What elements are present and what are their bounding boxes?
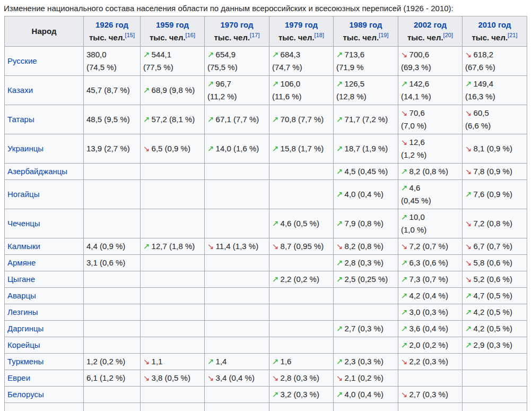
ethnicity-link[interactable]: Чеченцы	[7, 219, 40, 228]
year-link[interactable]: 1979 год	[285, 20, 318, 29]
reference-link[interactable]: [19]	[379, 32, 388, 38]
col-header-year: 1989 годтыс. чел.[19]	[334, 16, 398, 47]
trend-down-icon: ↘	[465, 256, 472, 269]
year-link[interactable]: 1970 год	[220, 20, 253, 29]
unit-label: тыс. чел.	[214, 33, 250, 42]
census-cell	[463, 387, 527, 403]
year-link[interactable]: 1989 год	[349, 20, 382, 29]
census-cell: ↗96,7 (11,2 %)	[205, 76, 269, 105]
census-cell	[141, 209, 205, 238]
census-cell: ↗2,5 (0,25 %)	[334, 271, 398, 288]
census-cell	[141, 304, 205, 321]
census-cell: ↘60,5 (6,6 %)	[463, 105, 527, 134]
trend-up-icon: ↗	[336, 355, 343, 368]
cell-value: 8,2 (0,8 %)	[409, 167, 448, 176]
ethnicity-link[interactable]: Туркмены	[7, 357, 43, 366]
trend-down-icon: ↘	[465, 165, 472, 178]
census-cell	[84, 164, 141, 180]
ethnicity-link[interactable]: Белорусы	[7, 390, 44, 399]
unit-label: тыс. чел.	[150, 33, 186, 42]
ethnicity-link[interactable]: Ногайцы	[7, 190, 39, 199]
trend-up-icon: ↗	[272, 355, 279, 368]
cell-value: 11,4 (1,3 %)	[216, 242, 259, 251]
trend-up-icon: ↗	[336, 256, 343, 269]
census-cell	[269, 304, 334, 321]
cell-value: 1,4	[216, 357, 227, 366]
cell-value: 13,9 (2,7 %)	[86, 144, 130, 153]
reference-link[interactable]: [15]	[125, 32, 135, 38]
census-cell: ↗1,4	[205, 354, 269, 370]
cell-value: 5,8 (0,6 %)	[474, 258, 512, 267]
census-cell	[84, 288, 141, 304]
census-cell: ↗3,0 (0,3 %)	[398, 304, 463, 321]
trend-up-icon: ↗	[272, 48, 279, 61]
census-cell	[205, 209, 269, 238]
ethnicity-link[interactable]: Корейцы	[7, 340, 40, 349]
trend-up-icon: ↗	[401, 289, 408, 302]
trend-down-icon: ↘	[401, 107, 408, 119]
trend-up-icon: ↗	[401, 211, 408, 224]
census-cell	[84, 271, 141, 288]
year-link[interactable]: 2002 год	[414, 20, 447, 29]
table-row-partial	[5, 403, 527, 411]
ethnicity-link[interactable]: Лезгины	[7, 307, 38, 316]
census-cell: ↗2,3 (0,3 %)	[334, 354, 398, 370]
trend-up-icon: ↗	[143, 113, 150, 126]
census-cell: ↘3,4 (0,4 %)	[205, 370, 269, 387]
census-cell: ↗4,7 (0,5 %)	[463, 288, 527, 304]
unit-label: тыс. чел.	[278, 33, 315, 42]
census-cell: ↗8,2 (0,8 %)	[398, 164, 463, 180]
year-link[interactable]: 2010 год	[478, 20, 511, 29]
cell-value: 4,4 (0,9 %)	[86, 242, 125, 251]
trend-up-icon: ↗	[336, 322, 343, 335]
census-cell: ↘70,6 (7,0 %)	[398, 105, 463, 134]
ethnicity-cell: Азербайджанцы	[5, 164, 84, 180]
trend-down-icon: ↘	[401, 240, 408, 253]
ethnicity-link[interactable]: Калмыки	[7, 242, 40, 251]
cell-value: 7,9 (0,8 %)	[345, 219, 383, 228]
ethnicity-link[interactable]: Татары	[7, 115, 34, 124]
reference-link[interactable]: [16]	[186, 32, 195, 38]
ethnicity-link[interactable]: Цыгане	[7, 275, 35, 284]
census-cell: ↗70,8 (7,7 %)	[269, 105, 334, 134]
table-row: Корейцы↗2,0 (0,2 %)↗2,9 (0,3 %)	[5, 337, 527, 354]
ethnicity-link[interactable]: Азербайджанцы	[7, 167, 67, 176]
trend-down-icon: ↘	[336, 372, 343, 384]
cell-value: 2,5 (0,25 %)	[345, 275, 388, 284]
trend-down-icon: ↘	[401, 388, 408, 401]
census-cell: ↗7,6 (0,9 %)	[463, 180, 527, 209]
year-link[interactable]: 1926 год	[95, 20, 128, 29]
cell-value: 2,7 (0,3 %)	[345, 324, 383, 333]
cell-value: 8,1 (0,9 %)	[474, 144, 512, 153]
ethnicity-link[interactable]: Евреи	[7, 373, 30, 382]
ethnicity-link[interactable]: Аварцы	[7, 291, 36, 300]
reference-link[interactable]: [21]	[508, 32, 517, 38]
reference-link[interactable]: [18]	[315, 32, 324, 38]
census-cell: ↘7,2 (0,8 %)	[463, 209, 527, 238]
reference-link[interactable]: [17]	[250, 32, 259, 38]
table-row: Чеченцы↗4,6 (0,5 %)↗7,9 (0,8 %)↗10,0 (1,…	[5, 209, 527, 238]
year-link[interactable]: 1959 год	[156, 20, 189, 29]
census-cell: ↘618,2 (67,6 %)	[463, 47, 527, 76]
trend-up-icon: ↗	[336, 273, 343, 286]
ethnicity-link[interactable]: Украинцы	[7, 144, 43, 153]
ethnicity-cell: Туркмены	[5, 354, 84, 370]
ethnicity-link[interactable]: Казахи	[7, 85, 33, 95]
ethnicity-link[interactable]: Армяне	[7, 258, 36, 267]
census-cell: ↘8,1 (0,9 %)	[463, 134, 527, 164]
trend-down-icon: ↘	[401, 136, 408, 149]
ethnicity-link[interactable]: Даргинцы	[7, 324, 43, 333]
col-header-year: 1979 годтыс. чел.[18]	[269, 16, 334, 47]
census-cell: ↘700,6 (69,3 %)	[398, 47, 463, 76]
reference-link[interactable]: [20]	[443, 32, 453, 38]
cell-value: 4,7 (0,5 %)	[474, 291, 512, 300]
header-row: Народ 1926 годтыс. чел.[15]1959 годтыс. …	[5, 16, 527, 47]
trend-up-icon: ↗	[207, 113, 214, 126]
cell-value: 4,6 (0,5 %)	[281, 219, 319, 228]
cell-value: 57,2 (8,1 %)	[152, 115, 195, 124]
trend-down-icon: ↘	[401, 48, 408, 61]
cell-value: 3,0 (0,3 %)	[409, 307, 448, 316]
trend-down-icon: ↘	[143, 372, 150, 384]
ethnicity-link[interactable]: Русские	[7, 56, 37, 65]
trend-up-icon: ↗	[336, 165, 343, 178]
